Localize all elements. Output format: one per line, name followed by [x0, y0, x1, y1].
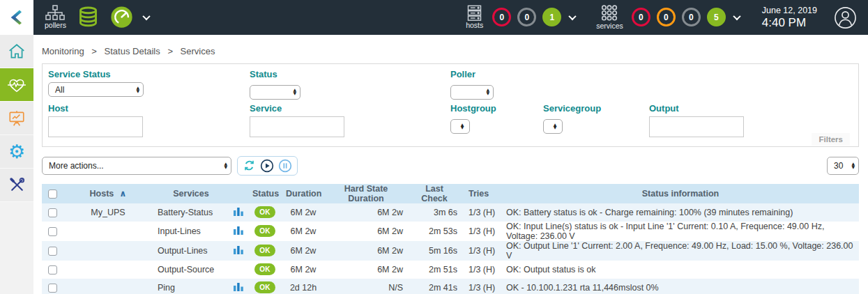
service-status-filter-label: Service Status — [48, 69, 250, 79]
output-filter-input[interactable] — [649, 116, 744, 137]
graph-cell[interactable] — [229, 261, 248, 279]
graph-cell[interactable] — [229, 203, 248, 222]
pause-refresh-button[interactable] — [278, 159, 292, 173]
hard-state-duration-cell: 6M 2w — [325, 261, 407, 279]
select-arrows-icon: ▲▼ — [554, 123, 557, 130]
sidebar-item-monitoring[interactable] — [0, 68, 33, 102]
hard-state-duration-cell: 6M 2w — [325, 203, 407, 222]
play-refresh-button[interactable] — [260, 159, 274, 173]
column-header-last-check[interactable]: Last Check — [407, 184, 462, 203]
more-actions-select[interactable]: More actions... ▲▼ — [42, 157, 231, 175]
poller-database-icon[interactable] — [77, 6, 100, 29]
host-name[interactable] — [63, 222, 153, 241]
service-name[interactable]: Input-Lines — [153, 222, 229, 241]
poller-latency-icon[interactable] — [110, 6, 133, 29]
host-filter-input[interactable] — [48, 116, 143, 137]
duration-cell: 6M 2w — [282, 203, 325, 222]
service-status-select[interactable]: All ▲▼ — [48, 82, 144, 97]
sidebar-item-administration[interactable] — [0, 169, 33, 202]
select-all-checkbox[interactable] — [48, 189, 57, 199]
reporting-easel-icon — [8, 109, 26, 127]
graph-cell[interactable] — [229, 241, 248, 261]
status-information-cell: OK: Output status is ok — [502, 261, 859, 279]
graph-cell[interactable] — [229, 222, 248, 241]
user-profile-button[interactable] — [834, 6, 857, 29]
row-checkbox[interactable] — [48, 284, 57, 293]
sidebar-item-configuration[interactable]: ⚙ — [0, 135, 33, 169]
graph-cell[interactable] — [229, 279, 248, 294]
host-name[interactable] — [63, 241, 153, 261]
refresh-button[interactable] — [243, 159, 256, 172]
centreon-logo[interactable] — [0, 0, 33, 35]
breadcrumb-services[interactable]: Services — [181, 46, 215, 56]
services-pending-counter[interactable]: 0 — [682, 8, 701, 26]
services-ok-counter[interactable]: 5 — [707, 8, 726, 26]
breadcrumb-status-details[interactable]: Status Details — [105, 46, 160, 56]
hard-state-duration-cell: 6M 2w — [325, 241, 407, 261]
service-row[interactable]: Ping OK 2d 12h N/S 2m 41s 1/3 (H) OK - 1… — [42, 279, 859, 294]
hosts-label: hosts — [466, 22, 483, 30]
sort-asc-icon[interactable]: ∧ — [119, 188, 126, 199]
status-information-cell: OK: Output Line '1' Current: 2.00 A, Fre… — [502, 241, 859, 261]
column-header-status-information[interactable]: Status information — [502, 184, 859, 203]
sidebar-item-home[interactable] — [0, 35, 33, 68]
pollers-menu[interactable]: pollers — [45, 5, 66, 30]
services-chevron-down-icon[interactable] — [733, 13, 740, 20]
service-row[interactable]: Output-Lines OK 6M 2w 6M 2w 5m 16s 1/3 (… — [42, 241, 859, 261]
hosts-chevron-down-icon[interactable] — [569, 13, 577, 20]
hosts-pending-counter[interactable]: 0 — [517, 8, 536, 26]
row-checkbox[interactable] — [48, 247, 57, 256]
servicegroup-select[interactable]: ▲▼ — [543, 119, 563, 134]
pause-icon — [278, 159, 292, 173]
service-filter-input[interactable] — [250, 116, 344, 137]
poller-select[interactable]: ▲▼ — [450, 85, 494, 100]
duration-cell: 6M 2w — [282, 241, 325, 261]
services-counters: 0 0 0 5 — [632, 8, 726, 26]
pollers-chevron-down-icon[interactable] — [142, 13, 150, 20]
page-size-select[interactable]: 30 ▲▼ — [827, 157, 859, 175]
host-name[interactable] — [63, 279, 153, 294]
column-header-services[interactable]: Services — [153, 184, 229, 203]
status-select[interactable]: ▲▼ — [250, 85, 300, 100]
graph-icon — [234, 207, 243, 216]
column-header-status[interactable]: Status — [248, 184, 282, 203]
tries-cell: 1/3 (H) — [462, 261, 502, 279]
column-header-hard-state-duration[interactable]: Hard State Duration — [325, 184, 407, 203]
row-checkbox[interactable] — [48, 208, 57, 217]
filters-tab[interactable]: Filters — [812, 133, 850, 146]
last-check-cell: 3m 6s — [407, 203, 462, 222]
column-header-duration[interactable]: Duration — [282, 184, 325, 203]
refresh-controls — [237, 156, 298, 176]
hosts-critical-counter[interactable]: 0 — [492, 8, 511, 26]
host-name[interactable]: My_UPS — [63, 203, 153, 222]
tries-cell: 1/3 (H) — [462, 241, 502, 261]
sidebar-item-reporting[interactable] — [0, 102, 33, 135]
status-information-cell: OK: Input Line(s) status is ok - Input L… — [502, 222, 859, 241]
service-name[interactable]: Output-Lines — [153, 241, 229, 261]
breadcrumb-monitoring[interactable]: Monitoring — [42, 46, 84, 56]
column-header-hosts[interactable]: Hosts∧ — [63, 184, 153, 203]
service-name[interactable]: Ping — [153, 279, 229, 294]
topbar-content: pollers — [33, 0, 868, 35]
services-menu[interactable]: services — [596, 4, 623, 31]
user-icon — [834, 6, 857, 29]
hosts-counters: 0 0 1 — [492, 8, 561, 26]
column-header-tries[interactable]: Tries — [462, 184, 502, 203]
hosts-menu[interactable]: hosts — [465, 5, 484, 30]
hosts-ok-counter[interactable]: 1 — [542, 8, 561, 26]
service-name[interactable]: Battery-Status — [153, 203, 229, 222]
row-checkbox[interactable] — [48, 227, 57, 236]
service-row[interactable]: Input-Lines OK 6M 2w 6M 2w 2m 53s 1/3 (H… — [42, 222, 859, 241]
heart-pulse-icon — [7, 76, 26, 94]
service-name[interactable]: Output-Source — [153, 261, 229, 279]
breadcrumb: Monitoring > Status Details > Services — [42, 35, 859, 63]
service-row[interactable]: My_UPS Battery-Status OK 6M 2w 6M 2w 3m … — [42, 203, 859, 222]
select-arrows-icon: ▲▼ — [851, 162, 855, 169]
host-name[interactable] — [63, 261, 153, 279]
services-critical-counter[interactable]: 0 — [632, 8, 650, 26]
hostgroup-select[interactable]: ▲▼ — [450, 119, 470, 134]
row-checkbox[interactable] — [48, 265, 57, 274]
services-warning-counter[interactable]: 0 — [657, 8, 676, 26]
service-row[interactable]: Output-Source OK 6M 2w 6M 2w 2m 51s 1/3 … — [42, 261, 859, 279]
tries-cell: 1/3 (H) — [462, 222, 502, 241]
